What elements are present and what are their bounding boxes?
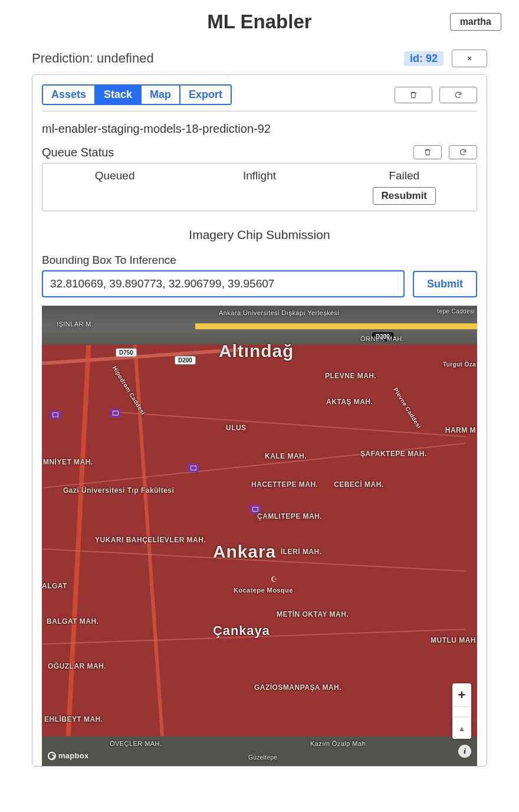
map-label: MUTLU MAH bbox=[431, 636, 476, 644]
map-label: ÖVEÇLER MAH. bbox=[110, 740, 162, 747]
imagery-section-title: Imagery Chip Submission bbox=[42, 211, 477, 254]
map-label: AKTAŞ MAH. bbox=[326, 398, 373, 406]
prediction-prefix: Prediction: bbox=[32, 51, 97, 66]
map-label: ŞAFAKTEPE MAH. bbox=[360, 450, 427, 458]
refresh-icon bbox=[459, 148, 467, 156]
close-button[interactable]: × bbox=[452, 50, 487, 67]
queue-col-label: Failed bbox=[389, 169, 419, 182]
subheader: Prediction: undefined id: 92 × bbox=[0, 39, 519, 72]
tab-stack[interactable]: Stack bbox=[96, 86, 142, 104]
map-label: ULUS bbox=[226, 424, 247, 432]
page-title: ML Enabler bbox=[207, 11, 311, 33]
queue-col-queued: Queued bbox=[42, 163, 187, 211]
info-icon: i bbox=[464, 746, 466, 756]
mapbox-text: mapbox bbox=[58, 751, 88, 760]
map-label: ALGAT bbox=[42, 582, 67, 590]
map-label: Turgut Öza bbox=[443, 361, 476, 368]
resubmit-button[interactable]: Resubmit bbox=[373, 187, 436, 205]
road-shield: D200 bbox=[175, 356, 196, 365]
map-label: GAZİOSMANPAŞA MAH. bbox=[254, 683, 341, 692]
map-label: METİN OKTAY MAH. bbox=[277, 610, 349, 618]
tab-map[interactable]: Map bbox=[142, 86, 180, 104]
delete-queue-button[interactable] bbox=[413, 145, 442, 159]
map-label: Kazım Özalp Mah. bbox=[310, 740, 368, 747]
queue-title: Queue Status bbox=[42, 146, 114, 159]
map-label: İLERİ MAH. bbox=[281, 548, 321, 556]
poi-icon: ☪ bbox=[271, 575, 278, 584]
road-shield: D750 bbox=[116, 348, 137, 357]
tab-export[interactable]: Export bbox=[180, 86, 231, 104]
user-menu-button[interactable]: martha bbox=[450, 13, 501, 31]
map-label: Çankaya bbox=[213, 623, 270, 639]
map-label: Güzeltepe bbox=[248, 754, 277, 761]
map-label: Ankara bbox=[213, 542, 276, 562]
submit-button[interactable]: Submit bbox=[413, 271, 477, 297]
refresh-queue-button[interactable] bbox=[449, 145, 477, 159]
tab-assets[interactable]: Assets bbox=[43, 86, 96, 104]
queue-col-label: Queued bbox=[95, 169, 135, 182]
header: ML Enabler martha bbox=[0, 0, 519, 39]
map-label: BALGAT MAH. bbox=[47, 617, 98, 626]
mapbox-icon bbox=[48, 752, 56, 760]
tab-group: Assets Stack Map Export bbox=[42, 84, 232, 105]
map-label: MNİYET MAH. bbox=[43, 458, 93, 466]
map-label: tepe Caddesi bbox=[437, 308, 475, 315]
map-label: ÖRNEK MAH. bbox=[360, 335, 404, 342]
queue-header: Queue Status bbox=[42, 145, 477, 163]
bbox-input[interactable] bbox=[42, 270, 405, 297]
queue-table: Queued Inflight Failed Resubmit bbox=[42, 163, 477, 211]
map-label: EHLİBEYT MAH. bbox=[44, 715, 103, 723]
map-label: Kocatepe Mosque bbox=[234, 587, 293, 594]
road bbox=[195, 323, 477, 329]
map-label: ÇAMLITEPE MAH. bbox=[257, 512, 322, 520]
map-label: Ankara Üniversitesi Dışkapı Yerleşkesi bbox=[219, 309, 339, 316]
map-label: PLEVNE MAH. bbox=[325, 372, 376, 380]
prediction-value: undefined bbox=[97, 51, 154, 66]
bbox-label: Bounding Box To Inference bbox=[42, 254, 477, 270]
mapbox-logo: mapbox bbox=[48, 751, 88, 760]
trash-icon bbox=[423, 148, 432, 156]
panel-toolbar: Assets Stack Map Export bbox=[42, 84, 477, 112]
transit-icon bbox=[188, 464, 199, 472]
map-label: Altındağ bbox=[219, 341, 294, 361]
refresh-icon bbox=[454, 91, 462, 99]
delete-stack-button[interactable] bbox=[395, 87, 432, 103]
main-panel: Assets Stack Map Export ml-enabler-stagi… bbox=[32, 74, 487, 767]
map-label: CEBECİ MAH. bbox=[334, 480, 384, 489]
map-label: YUKARI BAHÇELİEVLER MAH. bbox=[95, 536, 206, 544]
map-label: KALE MAH. bbox=[265, 452, 307, 460]
compass-icon: ▲ bbox=[458, 724, 466, 733]
transit-icon bbox=[50, 411, 61, 419]
bbox-row: Submit bbox=[42, 270, 477, 297]
map-label: HACETTEPE MAH. bbox=[251, 480, 318, 489]
map-compass[interactable]: ▲ bbox=[452, 718, 471, 739]
queue-col-failed: Failed Resubmit bbox=[332, 163, 477, 211]
map-label: IŞINLAR M. bbox=[57, 320, 93, 328]
map-label: OĞUZLAR MAH. bbox=[48, 662, 106, 670]
prediction-heading: Prediction: undefined bbox=[32, 51, 154, 66]
close-icon: × bbox=[467, 54, 472, 63]
trash-icon bbox=[409, 91, 418, 99]
map[interactable]: D750 D200 D200 IŞINLAR M. Ankara Ünivers… bbox=[42, 306, 477, 766]
model-name: ml-enabler-staging-models-18-prediction-… bbox=[42, 112, 477, 145]
map-bottom-strip bbox=[42, 736, 477, 766]
map-label: HARM M bbox=[445, 426, 476, 434]
refresh-stack-button[interactable] bbox=[439, 87, 477, 103]
queue-col-inflight: Inflight bbox=[187, 163, 331, 211]
map-label: Gazi Üniversitesi Tıp Fakültesi bbox=[63, 486, 174, 495]
id-badge: id: 92 bbox=[404, 51, 444, 66]
zoom-in-button[interactable]: + bbox=[452, 683, 471, 707]
map-info-button[interactable]: i bbox=[458, 745, 471, 758]
queue-col-label: Inflight bbox=[243, 169, 276, 182]
transit-icon bbox=[110, 409, 121, 417]
